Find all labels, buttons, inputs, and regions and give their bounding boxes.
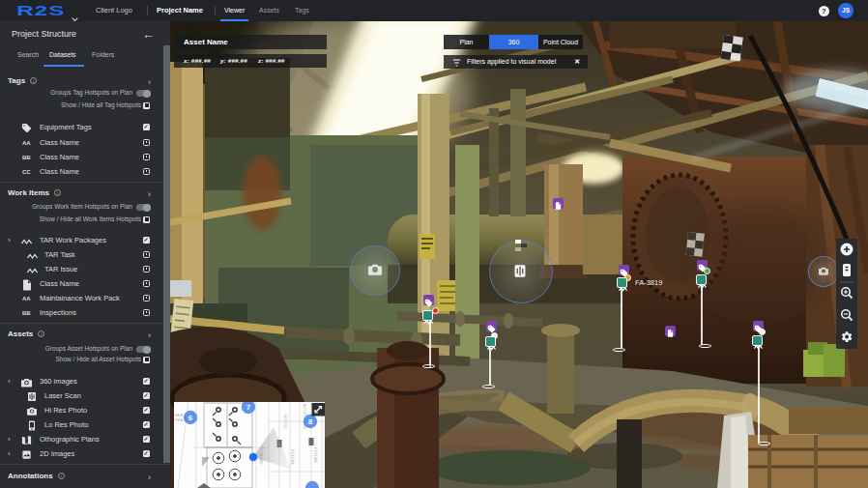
svg-text:FUTURE: FUTURE — [290, 449, 295, 466]
svg-text:REA: REA — [175, 417, 184, 422]
svg-text:W27931: W27931 — [283, 415, 288, 430]
svg-text:8: 8 — [308, 417, 313, 426]
svg-text:FUTURE: FUTURE — [313, 447, 318, 464]
svg-text:7: 7 — [246, 403, 251, 412]
svg-text:6: 6 — [188, 414, 193, 422]
